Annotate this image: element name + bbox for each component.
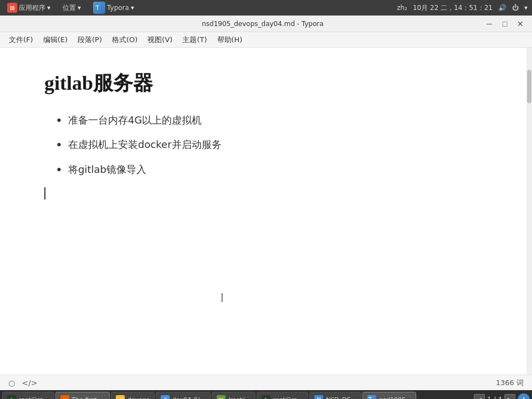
editor-content[interactable]: gitlab服务器 准备一台内存4G以上的虚拟机 在虚拟机上安装docker并启…	[0, 48, 526, 375]
terminal2-icon: $	[262, 395, 270, 399]
maximize-button[interactable]: □	[499, 18, 511, 30]
taskbar-item-files[interactable]: 📂 /root/···	[212, 392, 255, 399]
firefox-icon: 🦊	[60, 395, 69, 399]
document-list: 准备一台内存4G以上的虚拟机 在虚拟机上安装docker并启动服务 将gitla…	[55, 114, 482, 177]
editor-area[interactable]: gitlab服务器 准备一台内存4G以上的虚拟机 在虚拟机上安装docker并启…	[0, 48, 532, 375]
taskbar-item-root1[interactable]: $ root@ro···	[2, 392, 54, 399]
taskbar-label: /root/···	[228, 396, 250, 400]
volume-icon[interactable]: 🔊	[498, 4, 507, 12]
scrollbar-thumb[interactable]	[527, 70, 531, 103]
typora-chevron: ▾	[131, 4, 134, 12]
apps-icon: ⊞	[7, 3, 17, 13]
minimize-button[interactable]: ─	[483, 18, 495, 30]
svg-text:T: T	[95, 5, 100, 11]
system-bar-right: zh₂ 10月 22 二，14：51：21 🔊 ⏻ ▾	[397, 3, 528, 13]
menu-view[interactable]: 视图(V)	[143, 33, 177, 47]
title-bar: nsd1905_devops_day04.md - Typora ─ □ ✕	[0, 16, 532, 32]
typora-menu[interactable]: T Typora ▾	[90, 1, 137, 15]
taskbar-item-nsd[interactable]: N NSD_DE···	[309, 392, 361, 399]
text-cursor	[44, 187, 45, 200]
taskbar-label: root@ro···	[273, 396, 304, 400]
power-chevron: ▾	[524, 4, 528, 12]
apps-label: 应用程序	[19, 3, 45, 13]
taskbar-label: The first ···	[72, 396, 105, 400]
menu-paragraph[interactable]: 段落(P)	[73, 33, 106, 47]
day04-icon: d	[161, 395, 170, 399]
window-title: nsd1905_devops_day04.md - Typora	[42, 20, 483, 28]
datetime-display: 10月 22 二，14：51：21	[413, 3, 493, 13]
document-heading: gitlab服务器	[44, 70, 482, 97]
mouse-cursor: |	[221, 291, 223, 302]
list-item-text: 在虚拟机上安装docker并启动服务	[68, 138, 222, 151]
list-item-text: 准备一台内存4G以上的虚拟机	[68, 114, 202, 127]
menu-help[interactable]: 帮助(H)	[213, 33, 247, 47]
taskbar-item-root2[interactable]: $ root@ro···	[257, 392, 309, 399]
apps-menu[interactable]: ⊞ 应用程序 ▾	[4, 2, 53, 14]
pager-next[interactable]: ▶	[504, 394, 515, 399]
menu-bar: 文件(F) 编辑(E) 段落(P) 格式(O) 视图(V) 主题(T) 帮助(H…	[0, 32, 532, 48]
terminal-icon: $	[7, 395, 16, 399]
cursor-line	[44, 187, 482, 200]
nsd-icon: N	[314, 395, 323, 399]
taskbar: $ root@ro··· 🦊 The first ··· 📁 devops d …	[0, 390, 532, 399]
system-bar-left: ⊞ 应用程序 ▾ 位置 ▾ T Typora ▾	[4, 1, 137, 15]
position-chevron: ▾	[78, 4, 81, 12]
files-icon: 📂	[217, 395, 226, 399]
lang-indicator[interactable]: zh₂	[397, 4, 407, 12]
system-bar: ⊞ 应用程序 ▾ 位置 ▾ T Typora ▾ zh₂ 10月 22 二，14…	[0, 0, 532, 16]
taskbar-label: day04 /[/···	[172, 396, 206, 400]
menu-theme[interactable]: 主题(T)	[178, 33, 211, 47]
close-button[interactable]: ✕	[514, 18, 526, 30]
menu-edit[interactable]: 编辑(E)	[39, 33, 72, 47]
list-item: 准备一台内存4G以上的虚拟机	[55, 114, 482, 128]
status-bar: ○ </> 1366 词	[0, 375, 532, 390]
taskbar-label: nsd1905···	[379, 396, 411, 400]
list-item: 将gitlab镜像导入	[55, 163, 482, 177]
pager-count: 1 / 4	[487, 396, 502, 399]
taskbar-pager: ◀ 1 / 4 ▶ i	[474, 393, 530, 399]
word-count: 1366 词	[496, 378, 524, 388]
taskbar-label: devops	[127, 396, 150, 400]
taskbar-item-firefox[interactable]: 🦊 The first ···	[55, 392, 110, 399]
taskbar-label: root@ro···	[19, 396, 49, 400]
typora-label: Typora	[107, 4, 129, 12]
window-controls: ─ □ ✕	[483, 18, 526, 30]
status-left: ○ </>	[8, 378, 37, 387]
folder-icon: 📁	[116, 395, 125, 399]
taskbar-label: NSD_DE···	[326, 396, 356, 400]
code-icon[interactable]: </>	[22, 378, 37, 387]
position-label: 位置	[63, 3, 76, 13]
taskbar-item-day04[interactable]: d day04 /[/···	[156, 392, 211, 399]
typora-taskbar-icon: T	[367, 395, 376, 399]
power-icon[interactable]: ⏻	[512, 4, 519, 12]
menu-format[interactable]: 格式(O)	[108, 33, 142, 47]
typora-app-icon: T	[93, 2, 105, 14]
list-item: 在虚拟机上安装docker并启动服务	[55, 138, 482, 152]
notification-badge[interactable]: i	[518, 393, 530, 399]
menu-file[interactable]: 文件(F)	[4, 33, 38, 47]
apps-chevron: ▾	[47, 4, 50, 12]
scrollbar[interactable]	[526, 48, 532, 375]
svg-text:T: T	[368, 397, 372, 399]
position-menu[interactable]: 位置 ▾	[60, 2, 84, 14]
list-item-text: 将gitlab镜像导入	[68, 163, 146, 176]
taskbar-item-typora[interactable]: T nsd1905···	[362, 392, 416, 399]
taskbar-item-devops[interactable]: 📁 devops	[111, 392, 155, 399]
loading-icon: ○	[8, 378, 15, 387]
pager-prev[interactable]: ◀	[474, 394, 485, 399]
